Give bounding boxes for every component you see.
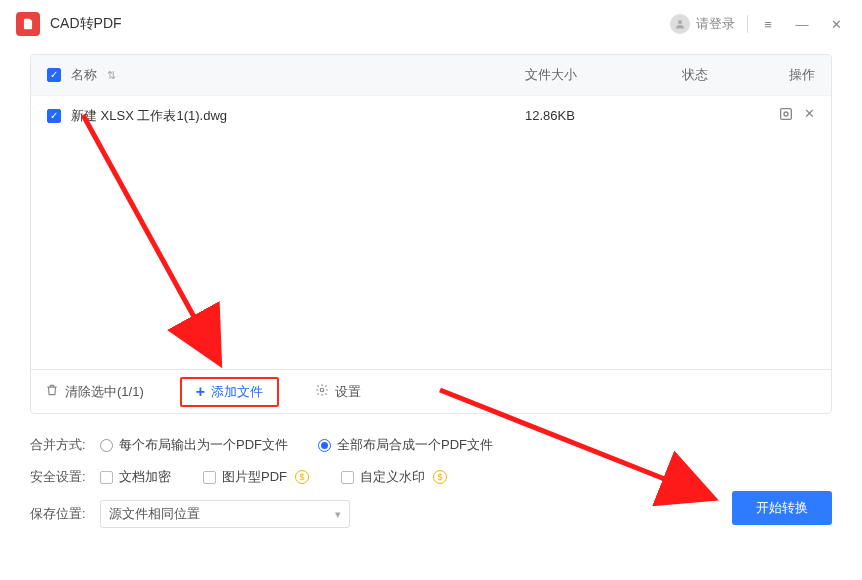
merge-label: 合并方式:: [30, 436, 90, 454]
checkbox-icon: [100, 471, 113, 484]
minimize-button[interactable]: —: [792, 17, 812, 32]
save-value: 源文件相同位置: [109, 505, 200, 523]
add-file-button[interactable]: + 添加文件: [180, 377, 279, 407]
save-label: 保存位置:: [30, 505, 90, 523]
clear-selected-button[interactable]: 清除选中(1/1): [45, 383, 144, 401]
menu-button[interactable]: ≡: [758, 17, 778, 32]
start-label: 开始转换: [756, 499, 808, 517]
col-action-label: 操作: [745, 66, 815, 84]
svg-rect-1: [781, 109, 792, 120]
file-name: 新建 XLSX 工作表1(1).dwg: [71, 107, 227, 125]
merge-row: 合并方式: 每个布局输出为一个PDF文件 全部布局合成一个PDF文件: [30, 436, 832, 454]
sec-opt3-label: 自定义水印: [360, 468, 425, 486]
login-label: 请登录: [696, 15, 735, 33]
preview-icon[interactable]: [778, 106, 794, 125]
save-row: 保存位置: 源文件相同位置 ▾: [30, 500, 832, 528]
settings-label: 设置: [335, 383, 361, 401]
trash-icon: [45, 383, 59, 400]
svg-point-2: [784, 112, 788, 116]
col-name-label: 名称: [71, 66, 97, 84]
file-panel: ✓ 名称 ⇅ 文件大小 状态 操作 ✓ 新建 XLSX 工作表1(1).dwg …: [30, 54, 832, 414]
svg-point-0: [678, 20, 682, 24]
window-controls: ≡ — ✕: [758, 17, 846, 32]
col-size-label: 文件大小: [525, 66, 645, 84]
start-convert-button[interactable]: 开始转换: [732, 491, 832, 525]
row-checkbox[interactable]: ✓: [47, 109, 61, 123]
merge-opt2-label: 全部布局合成一个PDF文件: [337, 436, 493, 454]
security-watermark[interactable]: 自定义水印 $: [341, 468, 447, 486]
col-status-label: 状态: [645, 66, 745, 84]
security-label: 安全设置:: [30, 468, 90, 486]
select-all-checkbox[interactable]: ✓: [47, 68, 61, 82]
save-location-select[interactable]: 源文件相同位置 ▾: [100, 500, 350, 528]
app-title: CAD转PDF: [50, 15, 122, 33]
merge-option-all[interactable]: 全部布局合成一个PDF文件: [318, 436, 493, 454]
sec-opt2-label: 图片型PDF: [222, 468, 287, 486]
radio-icon: [100, 439, 113, 452]
user-icon: [670, 14, 690, 34]
chevron-down-icon: ▾: [335, 508, 341, 521]
checkbox-icon: [341, 471, 354, 484]
security-row: 安全设置: 文档加密 图片型PDF $ 自定义水印 $: [30, 468, 832, 486]
plus-icon: +: [196, 383, 205, 401]
checkbox-icon: [203, 471, 216, 484]
radio-icon: [318, 439, 331, 452]
sort-icon[interactable]: ⇅: [107, 69, 116, 82]
close-button[interactable]: ✕: [826, 17, 846, 32]
file-size: 12.86KB: [525, 108, 645, 123]
table-row: ✓ 新建 XLSX 工作表1(1).dwg 12.86KB ✕: [31, 95, 831, 135]
remove-icon[interactable]: ✕: [804, 106, 815, 125]
settings-button[interactable]: 设置: [315, 383, 361, 401]
add-file-label: 添加文件: [211, 383, 263, 401]
sec-opt1-label: 文档加密: [119, 468, 171, 486]
panel-footer: 清除选中(1/1) + 添加文件 设置: [31, 369, 831, 413]
file-list: ✓ 新建 XLSX 工作表1(1).dwg 12.86KB ✕: [31, 95, 831, 369]
gear-icon: [315, 383, 329, 400]
clear-selected-label: 清除选中(1/1): [65, 383, 144, 401]
merge-option-each[interactable]: 每个布局输出为一个PDF文件: [100, 436, 288, 454]
table-header: ✓ 名称 ⇅ 文件大小 状态 操作: [31, 55, 831, 95]
options-area: 合并方式: 每个布局输出为一个PDF文件 全部布局合成一个PDF文件 安全设置:…: [30, 436, 832, 528]
title-bar: CAD转PDF 请登录 ≡ — ✕: [0, 0, 862, 48]
merge-opt1-label: 每个布局输出为一个PDF文件: [119, 436, 288, 454]
premium-icon: $: [295, 470, 309, 484]
login-button[interactable]: 请登录: [670, 14, 735, 34]
security-image-pdf[interactable]: 图片型PDF $: [203, 468, 309, 486]
svg-point-3: [320, 388, 324, 392]
premium-icon: $: [433, 470, 447, 484]
app-icon: [16, 12, 40, 36]
security-encrypt[interactable]: 文档加密: [100, 468, 171, 486]
